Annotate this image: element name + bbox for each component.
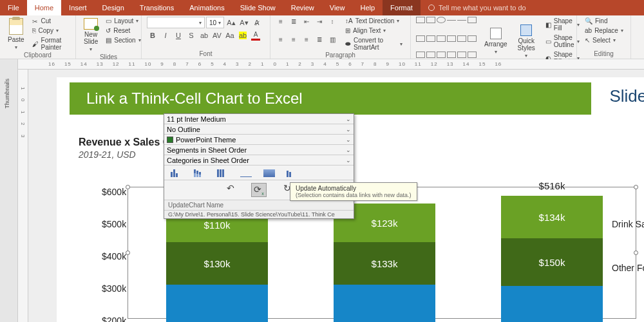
chevron-down-icon: ▾ [15, 44, 17, 50]
shape-fill-button[interactable]: ◧Shape Fill▾ [543, 17, 582, 32]
tab-insert[interactable]: Insert [61, 0, 95, 15]
copy-button[interactable]: Copy▾ [30, 26, 70, 35]
strike-button[interactable]: S [185, 30, 197, 41]
font-color-swatch [251, 39, 260, 41]
cut-button[interactable]: Cut [30, 17, 70, 25]
scissors-icon [32, 18, 39, 24]
tab-file[interactable]: File [0, 0, 27, 15]
tooltip-desc: (Selection contains data links with new … [296, 192, 412, 198]
tab-animations[interactable]: Animations [182, 0, 232, 15]
bullets-button[interactable]: ≡ [276, 17, 286, 26]
tab-slideshow[interactable]: Slide Show [232, 0, 283, 15]
underline-button[interactable]: U [173, 30, 184, 41]
bold-button[interactable]: B [147, 30, 158, 41]
tell-me-search[interactable]: Tell me what you want to do [421, 0, 534, 15]
tab-format[interactable]: Format [383, 0, 421, 15]
tab-view[interactable]: View [322, 0, 353, 15]
stacked-bar-chart[interactable]: $600k $500k $400k $300k $200k $480k $110… [76, 180, 644, 322]
align-left-button[interactable]: ≡ [276, 35, 286, 44]
justify-button[interactable]: ≣ [314, 35, 325, 44]
layout-button[interactable]: ▭Layout▾ [103, 17, 143, 25]
select-button[interactable]: ↖Select▾ [582, 36, 625, 44]
series-label-other: Other Food Sales [612, 263, 644, 273]
align-text-button[interactable]: ⊞Align Text▾ [343, 26, 405, 35]
reset-icon: ↺ [106, 27, 111, 34]
bar-2020[interactable]: $492k $123k $133k [334, 204, 435, 322]
tooltip-title: Update Automatically [296, 185, 412, 192]
numbering-button[interactable]: ≣ [289, 17, 299, 26]
group-clipboard: Paste ▾ Cut Copy▾ Format Painter Clipboa… [0, 15, 76, 59]
format-painter-button[interactable]: Format Painter [30, 36, 70, 52]
line-chart-icon[interactable] [240, 168, 252, 177]
font-color-button[interactable]: A [250, 30, 261, 41]
italic-button[interactable]: I [160, 30, 171, 41]
tc-outline-row[interactable]: No Outline⌄ [164, 124, 354, 135]
tab-review[interactable]: Review [283, 0, 322, 15]
fill-icon: ◧ [545, 21, 551, 28]
canvas-area: 1615141312111098765432101234567891011121… [18, 59, 644, 322]
tab-design[interactable]: Design [95, 0, 132, 15]
seg-other: $130k [166, 242, 268, 285]
tab-home[interactable]: Home [27, 0, 61, 15]
tc-name-row[interactable]: UpdateChart Name [164, 200, 354, 211]
new-slide-button[interactable]: New Slide ▾ [81, 17, 100, 53]
seg-drink: $134k [501, 196, 603, 238]
brush-icon [32, 41, 39, 48]
paste-button[interactable]: Paste ▾ [5, 17, 27, 52]
area-chart-icon[interactable] [263, 168, 275, 177]
bar-2021[interactable]: $516k $134k $150k [501, 196, 603, 322]
tc-theme-row[interactable]: PowerPoint Theme⌄ [164, 135, 354, 145]
indent-more-button[interactable]: ⇥ [314, 17, 325, 26]
tc-segments-row[interactable]: Segments in Sheet Order⌄ [164, 145, 354, 155]
find-button[interactable]: 🔍Find [582, 17, 625, 25]
align-center-button[interactable]: ≡ [289, 35, 299, 44]
smartart-button[interactable]: ⬬Convert to SmartArt▾ [343, 36, 405, 52]
100-stacked-icon[interactable] [217, 168, 229, 177]
arrange-icon [490, 28, 502, 39]
tab-transitions[interactable]: Transitions [132, 0, 182, 15]
spacing-button[interactable]: AV [211, 30, 223, 41]
bar-total: $516k [501, 180, 603, 191]
group-label-font: Font [147, 50, 265, 59]
tab-help[interactable]: Help [352, 0, 383, 15]
tc-categories-row[interactable]: Categories in Sheet Order⌄ [164, 155, 354, 166]
bar-2019[interactable]: $480k $110k $130k [166, 207, 268, 322]
text-direction-button[interactable]: ↕AText Direction▾ [343, 17, 405, 25]
seg-blue [334, 285, 435, 322]
slide-title-band[interactable]: Link a Think-Cell Chart to Excel [70, 82, 591, 115]
reset-button[interactable]: ↺Reset [103, 26, 143, 35]
shadow-button[interactable]: ab [198, 30, 210, 41]
line-spacing-button[interactable]: ↕ [327, 17, 337, 26]
thumbnails-panel[interactable]: Thumbnails [0, 59, 18, 322]
stacked-bar-icon[interactable] [194, 168, 205, 177]
indent-less-button[interactable]: ⇤ [301, 17, 312, 26]
clustered-bar-icon[interactable] [171, 168, 182, 177]
combo-chart-icon[interactable] [287, 168, 298, 177]
slide[interactable]: Link a Think-Cell Chart to Excel Slide S… [57, 77, 644, 322]
shape-outline-button[interactable]: ▭Shape Outline▾ [543, 33, 582, 49]
update-auto-button[interactable]: ⟳x [251, 183, 267, 197]
shrink-font-button[interactable]: A▾ [238, 17, 250, 28]
undo-icon[interactable]: ↶ [227, 183, 234, 197]
ribbon: Paste ▾ Cut Copy▾ Format Painter Clipboa… [0, 15, 644, 59]
group-drawing: Arrange▾ Quick Styles▾ ◧Shape Fill▾ ▭Sha… [411, 15, 577, 59]
case-button[interactable]: Aa [224, 30, 236, 41]
paste-label: Paste [8, 36, 24, 43]
replace-button[interactable]: abReplace▾ [582, 26, 625, 35]
highlight-button[interactable]: ab [237, 30, 249, 41]
align-right-button[interactable]: ≡ [301, 35, 312, 44]
tc-font-row[interactable]: 11 pt Inter Medium⌄ [164, 114, 354, 124]
smartart-icon: ⬬ [345, 40, 351, 48]
clear-format-button[interactable]: A̷ [251, 17, 263, 28]
arrange-button[interactable]: Arrange▾ [482, 17, 510, 66]
font-size-combo[interactable]: 10▾ [206, 17, 224, 28]
columns-button[interactable]: ▥ [327, 35, 337, 44]
grow-font-button[interactable]: A▴ [225, 17, 237, 28]
shapes-gallery[interactable] [416, 17, 477, 66]
section-button[interactable]: ▤Section▾ [103, 36, 143, 44]
new-slide-icon [84, 18, 98, 30]
font-name-combo[interactable]: ▾ [147, 17, 205, 28]
quick-styles-button[interactable]: Quick Styles▾ [515, 17, 538, 66]
seg-blue [166, 285, 268, 322]
chart-title: Revenue x Sales C [79, 137, 170, 148]
